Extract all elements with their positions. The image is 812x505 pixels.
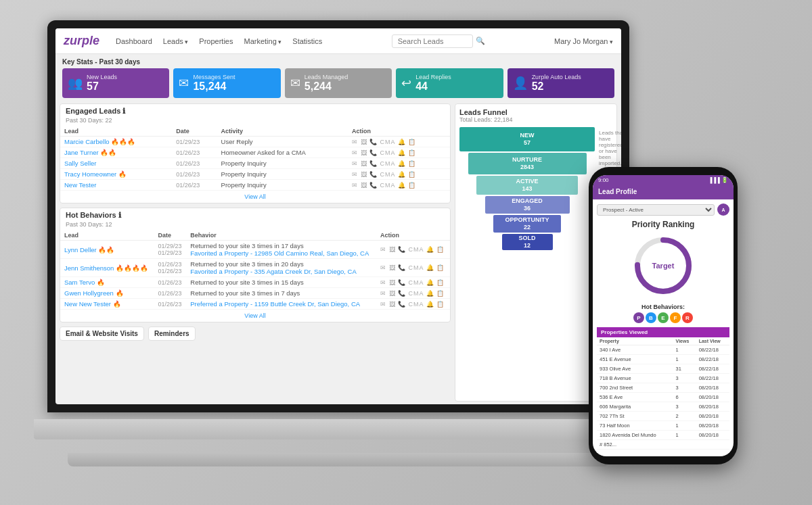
nav-statistics[interactable]: Statistics	[292, 37, 322, 45]
properties-viewed-section: Properties Viewed Property Views Last Vi…	[597, 327, 729, 452]
col-date: Date	[154, 231, 186, 241]
date-cell: 01/26/23	[154, 277, 186, 288]
laptop-screen: zurple Dashboard Leads Properties Market…	[55, 28, 621, 404]
engaged-leads-header: Engaged Leads ℹ Past 30 Days: 22	[60, 104, 450, 126]
lead-link[interactable]: Jane Turner 🔥🔥	[64, 149, 116, 156]
table-row: Marcie Carbello 🔥🔥🔥 01/29/23 User Reply …	[60, 137, 450, 147]
key-stats-title: Key Stats - Past 30 days	[62, 58, 614, 66]
action-cell: ✉ 🖼 📞 CMA 🔔 📋	[348, 169, 450, 180]
funnel-container: NEW57 NURTURE2843 ACTIVE143 ENGAGED36 OP…	[459, 127, 595, 250]
col-views: Views	[673, 337, 696, 345]
lead-link[interactable]: Tracy Homeowner 🔥	[64, 170, 127, 178]
nav-leads[interactable]: Leads	[163, 37, 189, 45]
phone-time: 9:00	[598, 177, 609, 183]
avatar: A	[717, 203, 729, 216]
priority-title: Priority Ranking	[597, 220, 729, 229]
phone-status-bar: 9:00 ▐▐▐ 🔋	[593, 175, 734, 185]
user-menu[interactable]: Mary Jo Morgan	[554, 37, 613, 45]
table-row: Lynn Deller 🔥🔥 01/29/2301/29/23 Returned…	[60, 241, 450, 259]
lead-link[interactable]: Sally Seller	[64, 160, 97, 167]
lead-link[interactable]: New Tester	[64, 181, 96, 189]
hot-behaviors-header-row: Lead Date Behavior Action	[60, 231, 450, 241]
logo: zurple	[64, 34, 99, 48]
nav-dashboard[interactable]: Dashboard	[116, 37, 152, 45]
hot-behaviors-header: Hot Behaviors ℹ Past 30 Days: 12	[60, 208, 450, 231]
hot-behaviors-phone-title: Hot Behaviors:	[597, 304, 729, 310]
search-area: 🔍	[333, 34, 543, 48]
managed-label: Leads Managed	[304, 74, 348, 80]
lead-link[interactable]: Marcie Carbello 🔥🔥🔥	[64, 138, 135, 145]
funnel-engaged[interactable]: ENGAGED36	[485, 196, 570, 214]
stat-messages-sent[interactable]: ✉ Messages Sent 15,244	[173, 68, 280, 98]
nav-marketing[interactable]: Marketing	[244, 37, 281, 45]
table-row: Gwen Hollygreen 🔥 01/26/23 Returned to y…	[60, 288, 450, 299]
list-item: 700 2nd Street308/20/18	[597, 383, 729, 393]
new-leads-label: New Leads	[87, 74, 117, 80]
new-leads-icon: 👥	[68, 76, 83, 91]
funnel-active[interactable]: ACTIVE143	[476, 176, 578, 195]
table-row: Sam Tervo 🔥 01/26/23 Returned to your si…	[60, 277, 450, 288]
lead-link[interactable]: Gwen Hollygreen 🔥	[64, 289, 124, 297]
action-cell: ✉ 🖼 📞 CMA 🔔 📋	[348, 137, 450, 147]
bottom-section: Email & Website Visits Reminders	[60, 327, 451, 341]
funnel-sub: Total Leads: 22,184	[459, 116, 612, 123]
engaged-leads-section: Engaged Leads ℹ Past 30 Days: 22 Lead	[60, 103, 451, 203]
activity-cell: User Reply	[217, 137, 348, 147]
hot-behaviors-info: ℹ	[118, 211, 121, 219]
behavior-badges: P B E F R	[597, 312, 729, 323]
date-cell: 01/26/23	[154, 299, 186, 310]
funnel-sold[interactable]: SOLD12	[502, 234, 553, 250]
auto-leads-value: 52	[532, 80, 581, 93]
app-ui: zurple Dashboard Leads Properties Market…	[55, 28, 621, 404]
stats-row: 👥 New Leads 57 ✉ Messages Sent	[62, 68, 614, 98]
funnel-new[interactable]: NEW57	[459, 127, 595, 151]
list-item: 451 E Avenue108/22/18	[597, 355, 729, 364]
new-leads-value: 57	[87, 80, 117, 93]
lead-link[interactable]: Sam Tervo 🔥	[64, 279, 105, 286]
lead-link[interactable]: New New Tester 🔥	[64, 300, 121, 308]
table-row: Tracy Homeowner 🔥 01/26/23 Property Inqu…	[60, 169, 450, 180]
prospect-select[interactable]: Prospect - Active	[597, 204, 715, 216]
lead-link[interactable]: Jenn Smithenson 🔥🔥🔥🔥	[64, 264, 148, 272]
view-all-hot[interactable]: View All	[60, 310, 450, 322]
list-item: 73 Half Moon108/20/18	[597, 421, 729, 431]
list-item: 718 B Avenue308/22/18	[597, 374, 729, 383]
messages-value: 15,244	[193, 80, 235, 93]
table-row: New Tester 01/26/23 Property Inquiry ✉ 🖼…	[60, 180, 450, 191]
left-panel: Engaged Leads ℹ Past 30 Days: 22 Lead	[60, 103, 451, 402]
replies-icon: ↩	[401, 76, 411, 91]
activity-cell: Property Inquiry	[217, 158, 348, 169]
date-cell: 01/29/2301/29/23	[154, 241, 186, 259]
badge-r: R	[682, 312, 693, 323]
behavior-cell: Returned to your site 3 times in 7 days	[186, 288, 376, 299]
activity-cell: Property Inquiry	[217, 169, 348, 180]
hot-behaviors-title: Hot Behaviors	[66, 211, 116, 219]
list-item: 340 I Ave108/22/18	[597, 345, 729, 355]
col-lead: Lead	[60, 126, 172, 137]
stat-new-leads[interactable]: 👥 New Leads 57	[62, 68, 169, 98]
phone-signals: ▐▐▐ 🔋	[708, 177, 728, 183]
stat-leads-managed[interactable]: ✉ Leads Managed 5,244	[285, 68, 392, 98]
auto-leads-label: Zurple Auto Leads	[532, 74, 581, 80]
action-cell: ✉ 🖼 📞 CMA 🔔 📋	[348, 180, 450, 191]
lead-link[interactable]: Lynn Deller 🔥🔥	[64, 246, 114, 254]
table-row: Jane Turner 🔥🔥 01/26/23 Homeowner Asked …	[60, 147, 450, 158]
engaged-leads-header-row: Lead Date Activity Action	[60, 126, 450, 137]
col-action: Action	[348, 126, 450, 137]
nav-properties[interactable]: Properties	[199, 37, 233, 45]
funnel-opportunity[interactable]: OPPORTUNITY22	[493, 215, 561, 233]
date-cell: 01/26/23	[172, 180, 217, 191]
stat-auto-leads[interactable]: 👤 Zurple Auto Leads 52	[508, 68, 614, 98]
search-input[interactable]	[392, 34, 473, 48]
stat-lead-replies[interactable]: ↩ Lead Replies 44	[396, 68, 503, 98]
behavior-cell: Returned to your site 3 times in 20 days…	[186, 259, 376, 277]
activity-cell: Homeowner Asked for a CMA	[217, 147, 348, 158]
date-cell: 01/26/23	[172, 147, 217, 158]
funnel-nurture[interactable]: NURTURE2843	[468, 153, 587, 174]
funnel-title: Leads Funnel	[459, 108, 612, 116]
phone-screen: 9:00 ▐▐▐ 🔋 Lead Profile Prospect - Activ…	[593, 175, 734, 456]
action-cell: ✉ 🖼 📞 CMA 🔔 📋	[376, 241, 450, 259]
reminders-box: Reminders	[148, 327, 196, 341]
action-cell: ✉ 🖼 📞 CMA 🔔 📋	[348, 158, 450, 169]
view-all-engaged[interactable]: View All	[60, 191, 450, 203]
